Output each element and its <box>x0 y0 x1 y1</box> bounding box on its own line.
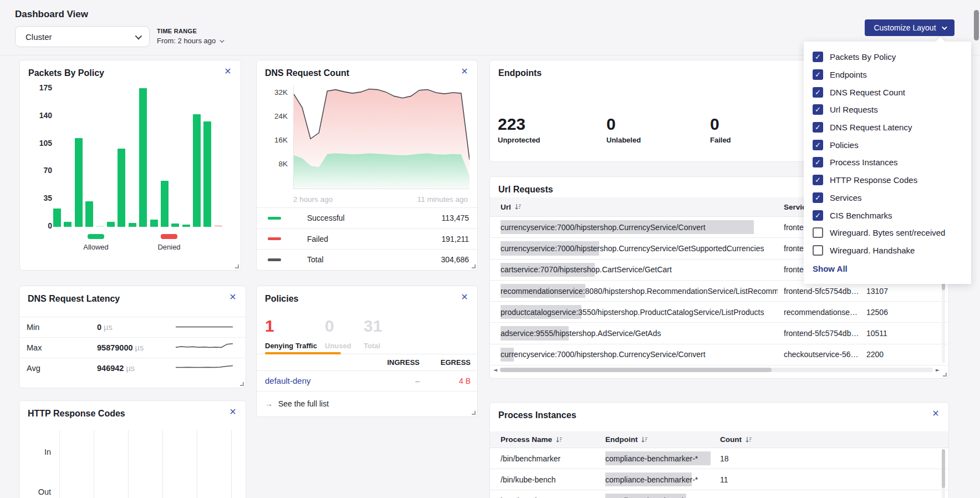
view-selector[interactable]: Cluster <box>15 26 150 47</box>
checkbox-checked-icon[interactable] <box>813 104 823 115</box>
bar <box>203 121 211 227</box>
close-icon[interactable] <box>459 66 470 77</box>
see-full-list-link[interactable]: See the full list <box>265 399 329 408</box>
bar <box>85 201 93 227</box>
column-header-process-name[interactable]: Process Name <box>501 431 563 448</box>
endpoint-cell: compliance-benchmarker-* <box>605 490 713 498</box>
close-icon[interactable] <box>227 292 238 303</box>
legend-swatch <box>268 258 281 261</box>
resize-handle[interactable] <box>472 265 476 268</box>
url-cell: currencyservice:7000/hipstershop.Currenc… <box>501 217 778 237</box>
url-cell: adservice:9555/hipstershop.AdService/Get… <box>501 323 778 343</box>
checkbox-checked-icon[interactable] <box>813 210 823 221</box>
column-header-egress: EGRESS <box>426 358 471 367</box>
service-cell: checkoutservice-56… <box>784 344 861 365</box>
show-all-link[interactable]: Show All <box>804 259 971 278</box>
scroll-right-icon[interactable] <box>933 367 940 373</box>
card-packets-by-policy: Packets By Policy 17514010570350 Allowed… <box>19 60 241 271</box>
checkbox-label: Services <box>830 193 862 202</box>
gridline <box>94 430 94 498</box>
checkbox-checked-icon[interactable] <box>813 192 823 203</box>
bar <box>107 222 115 227</box>
policies-tab-total[interactable]: 31Total <box>364 317 382 350</box>
checkbox-unchecked-icon[interactable] <box>813 227 823 238</box>
policy-ingress-value: – <box>370 377 420 385</box>
table-row[interactable]: productcatalogservice:3550/hipstershop.P… <box>490 302 948 323</box>
customize-layout-button[interactable]: Customize Layout <box>865 19 955 36</box>
resize-handle[interactable] <box>472 411 476 415</box>
resize-handle[interactable] <box>240 382 244 386</box>
view-selector-value: Cluster <box>25 32 52 42</box>
count-cell: 12506 <box>866 302 927 322</box>
resize-handle[interactable] <box>235 265 239 268</box>
customize-panel-item[interactable]: Policies <box>804 136 971 154</box>
checkbox-checked-icon[interactable] <box>813 175 823 185</box>
close-icon[interactable] <box>930 408 941 419</box>
policies-table-header: INGRESS EGRESS <box>257 358 477 370</box>
legend-value: 113,475 <box>441 214 469 222</box>
close-icon[interactable] <box>227 406 238 418</box>
customize-panel-item[interactable]: Wireguard. Handshake <box>804 242 971 260</box>
latency-unit: µs <box>104 323 113 332</box>
endpoint-stat: 0Unlabeled <box>606 115 641 144</box>
table-row[interactable]: /bin/benchmarkercompliance-benchmarker-*… <box>490 448 948 469</box>
checkbox-label: Url Requests <box>830 105 878 114</box>
page-title: Dashboard View <box>15 9 88 20</box>
card-process-instances: Process Instances Process Name Endpoint … <box>489 402 949 498</box>
table-row[interactable]: /bin/kube-benchcompliance-benchmarker-*1… <box>490 469 948 490</box>
table-row[interactable]: adservice:9555/hipstershop.AdService/Get… <box>490 323 948 344</box>
checkbox-checked-icon[interactable] <box>813 52 823 62</box>
checkbox-checked-icon[interactable] <box>813 87 823 98</box>
customize-panel-item[interactable]: Process Instances <box>804 154 971 171</box>
customize-panel-item[interactable]: Wireguard. Bytes sent/received <box>804 224 971 242</box>
checkbox-checked-icon[interactable] <box>813 140 823 150</box>
latency-value: 946942 µs <box>97 364 135 373</box>
table-row[interactable]: benchmarkercompliance-benchmarker-*9 <box>490 490 948 498</box>
checkbox-checked-icon[interactable] <box>813 157 823 167</box>
arrow-right-icon <box>265 399 273 408</box>
legend-swatch <box>88 234 104 239</box>
checkbox-label: Packets By Policy <box>830 52 896 62</box>
customize-panel-item[interactable]: DNS Request Count <box>804 83 971 101</box>
scroll-left-icon[interactable] <box>493 367 500 373</box>
latency-row: Min0 µs <box>19 317 246 337</box>
close-icon[interactable] <box>222 66 233 77</box>
scrollbar-track[interactable] <box>500 368 933 372</box>
customize-panel-item[interactable]: Services <box>804 189 971 207</box>
dns-legend: Successful113,475Failed191,211Total304,6… <box>257 207 477 270</box>
customize-panel-item[interactable]: Packets By Policy <box>804 48 971 66</box>
stat-value: 0 <box>710 115 731 134</box>
column-header-count[interactable]: Count <box>720 431 752 448</box>
customize-panel-item[interactable]: Endpoints <box>804 66 971 84</box>
card-title: Policies <box>265 294 298 304</box>
y-tick-label: 0 <box>31 221 52 230</box>
tab-label: Denying Traffic <box>265 342 317 350</box>
table-row[interactable]: currencyservice:7000/hipstershop.Currenc… <box>490 344 948 365</box>
process-table-body: /bin/benchmarkercompliance-benchmarker-*… <box>490 448 948 498</box>
policies-tab-unused[interactable]: 0Unused <box>325 317 351 350</box>
page-scrollbar-thumb[interactable] <box>974 10 979 40</box>
checkbox-unchecked-icon[interactable] <box>813 245 823 256</box>
column-header-url[interactable]: Url <box>501 197 522 216</box>
scrollbar-thumb[interactable] <box>500 368 772 372</box>
customize-panel-item[interactable]: CIS Benchmarks <box>804 206 971 224</box>
url-text: currencyservice:7000/hipstershop.Currenc… <box>501 350 706 359</box>
checkbox-checked-icon[interactable] <box>813 122 823 133</box>
policy-name-link[interactable]: default-deny <box>265 376 311 385</box>
scrollbar-thumb[interactable] <box>942 449 945 488</box>
customize-panel-item[interactable]: HTTP Response Codes <box>804 171 971 189</box>
y-tick-label: 35 <box>31 194 52 202</box>
column-header-endpoint[interactable]: Endpoint <box>605 431 648 448</box>
close-icon[interactable] <box>459 292 470 303</box>
checkbox-checked-icon[interactable] <box>813 69 823 80</box>
policies-tab-denying-traffic[interactable]: 1Denying Traffic <box>265 317 317 350</box>
time-range-value[interactable]: From: 2 hours ago <box>157 37 223 45</box>
customize-panel-item[interactable]: Url Requests <box>804 101 971 119</box>
endpoint-text: compliance-benchmarker-* <box>605 475 698 484</box>
latency-value: 0 µs <box>97 323 113 332</box>
customize-panel-item[interactable]: DNS Request Latency <box>804 119 971 136</box>
resize-handle[interactable] <box>943 373 947 377</box>
policy-row[interactable]: default-deny – 4 B <box>257 370 477 392</box>
url-cell: currencyservice:7000/hipstershop.Currenc… <box>501 344 778 365</box>
latency-unit: µs <box>135 343 144 352</box>
